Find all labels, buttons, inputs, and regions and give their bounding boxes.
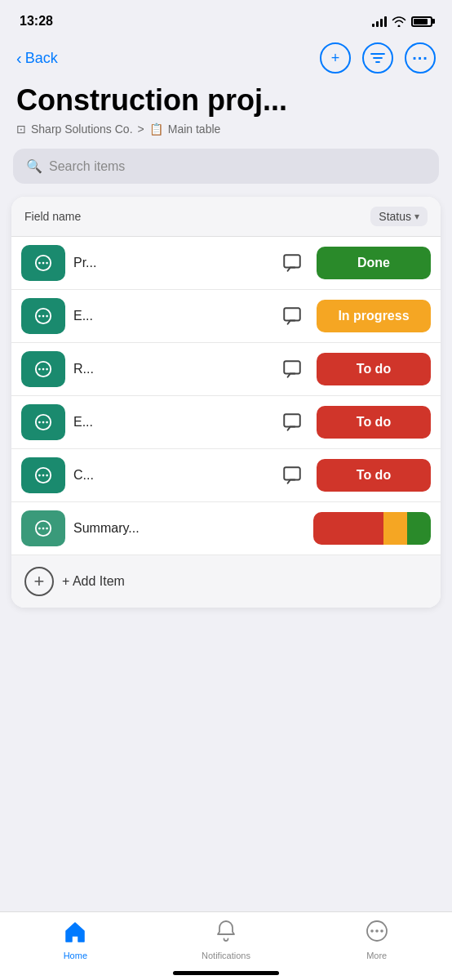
status-chevron-icon: ▾ — [414, 211, 419, 222]
status-todo-button-5[interactable]: To do — [317, 459, 431, 492]
status-icons — [372, 16, 432, 27]
svg-point-10 — [42, 315, 45, 318]
svg-point-4 — [38, 262, 41, 265]
status-todo-button-4[interactable]: To do — [317, 406, 431, 439]
comment-svg-1 — [281, 252, 303, 274]
svg-rect-27 — [284, 467, 300, 479]
svg-point-25 — [42, 474, 45, 477]
svg-point-26 — [46, 474, 48, 477]
row-menu-icon-1[interactable] — [21, 245, 65, 281]
filter-button[interactable] — [362, 42, 393, 74]
summary-row: Summary... — [11, 502, 441, 555]
dots-circle-icon — [34, 254, 52, 272]
dots-circle-icon-3 — [34, 360, 52, 378]
svg-point-35 — [380, 929, 383, 933]
tab-notifications-label: Notifications — [202, 951, 250, 960]
tab-notifications[interactable]: Notifications — [151, 912, 302, 964]
dots-circle-icon-4 — [34, 413, 52, 431]
svg-point-33 — [370, 929, 374, 933]
page-title: Construction proj... — [16, 83, 436, 118]
home-indicator — [173, 971, 279, 975]
breadcrumb-company: Sharp Solutions Co. — [31, 122, 133, 136]
table-header: Field name Status ▾ — [11, 197, 441, 237]
add-item-row[interactable]: + + Add Item — [11, 555, 441, 608]
table-row: E... In progress — [11, 290, 441, 343]
search-icon: 🔍 — [26, 158, 42, 174]
tab-more-label: More — [366, 951, 387, 960]
search-placeholder: Search items — [49, 159, 125, 174]
svg-point-20 — [42, 421, 45, 424]
nav-action-icons: + ··· — [320, 42, 436, 74]
summary-icon-cell[interactable] — [21, 510, 65, 546]
row-menu-icon-3[interactable] — [21, 351, 65, 387]
home-icon — [64, 921, 86, 948]
comment-svg-3 — [281, 359, 303, 380]
add-item-label: + Add Item — [62, 574, 125, 589]
summary-name: Summary... — [73, 521, 313, 536]
more-dots-icon — [366, 920, 388, 948]
summary-status-bar — [313, 512, 431, 545]
svg-point-31 — [46, 528, 48, 530]
comment-icon-3[interactable] — [277, 354, 307, 384]
table-row: E... To do — [11, 396, 441, 449]
svg-point-15 — [42, 368, 45, 371]
breadcrumb-table-icon: 📋 — [149, 122, 163, 136]
back-label: Back — [25, 50, 58, 67]
svg-point-16 — [46, 368, 48, 371]
svg-point-6 — [46, 262, 48, 265]
row-menu-icon-4[interactable] — [21, 404, 65, 440]
battery-icon — [411, 16, 432, 27]
svg-point-5 — [42, 262, 45, 265]
filter-icon — [370, 51, 385, 65]
comment-icon-2[interactable] — [277, 301, 307, 331]
svg-point-11 — [46, 315, 48, 318]
more-options-button[interactable]: ··· — [405, 42, 436, 74]
status-header-label: Status — [379, 210, 411, 223]
breadcrumb-company-icon: ⊡ — [16, 122, 26, 136]
status-header-button[interactable]: Status ▾ — [370, 207, 428, 226]
search-bar[interactable]: 🔍 Search items — [13, 149, 439, 184]
summary-green-segment — [407, 512, 431, 545]
row-menu-icon-5[interactable] — [21, 457, 65, 493]
tab-more[interactable]: More — [301, 912, 452, 964]
status-done-button-1[interactable]: Done — [317, 247, 431, 279]
svg-rect-22 — [284, 414, 300, 426]
search-container: 🔍 Search items — [0, 145, 452, 197]
summary-orange-segment — [383, 512, 407, 545]
row-name-5: C... — [73, 468, 277, 483]
dots-circle-icon-5 — [34, 466, 52, 484]
comment-icon-5[interactable] — [277, 461, 307, 490]
breadcrumb-separator: > — [138, 122, 144, 136]
svg-rect-7 — [284, 255, 300, 267]
svg-point-19 — [38, 421, 41, 424]
tab-home[interactable]: Home — [0, 912, 151, 964]
row-name-1: Pr... — [73, 256, 277, 270]
status-inprogress-button-2[interactable]: In progress — [317, 300, 431, 332]
svg-rect-12 — [284, 308, 300, 320]
svg-point-9 — [38, 315, 41, 318]
wifi-icon — [392, 16, 406, 27]
status-time: 13:28 — [20, 14, 53, 29]
row-menu-icon-2[interactable] — [21, 298, 65, 334]
comment-svg-4 — [281, 412, 303, 433]
tab-home-label: Home — [64, 951, 87, 960]
breadcrumb-table: Main table — [168, 122, 221, 136]
back-button[interactable]: ‹ Back — [16, 49, 58, 68]
svg-rect-17 — [284, 361, 300, 373]
comment-icon-4[interactable] — [277, 408, 307, 437]
svg-point-21 — [46, 421, 48, 424]
svg-point-24 — [38, 474, 41, 477]
comment-icon-1[interactable] — [277, 248, 307, 278]
summary-red-segment — [313, 512, 383, 545]
add-button[interactable]: + — [320, 42, 351, 74]
svg-point-34 — [375, 929, 379, 933]
table-row: C... To do — [11, 449, 441, 502]
add-icon: + — [331, 50, 340, 67]
status-todo-button-3[interactable]: To do — [317, 353, 431, 385]
svg-point-14 — [38, 368, 41, 371]
comment-svg-2 — [281, 305, 303, 327]
svg-point-30 — [42, 528, 45, 530]
row-name-3: R... — [73, 362, 277, 376]
page-header: Construction proj... ⊡ Sharp Solutions C… — [0, 80, 452, 145]
row-name-4: E... — [73, 415, 277, 430]
